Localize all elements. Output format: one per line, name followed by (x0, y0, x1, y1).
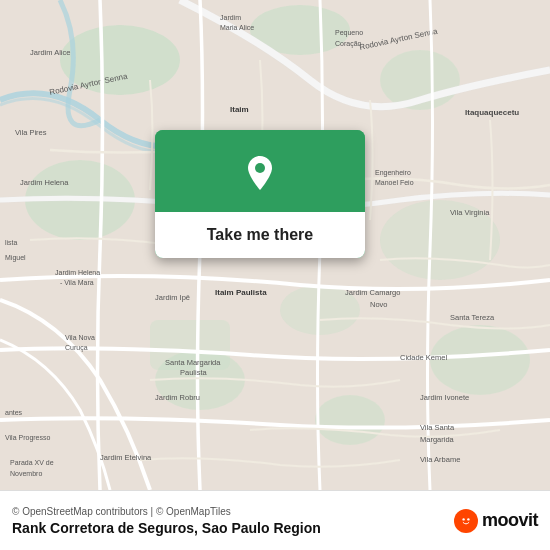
svg-text:Miguel: Miguel (5, 254, 26, 262)
svg-text:Margarida: Margarida (420, 435, 455, 444)
svg-text:Jardim Etelvina: Jardim Etelvina (100, 453, 152, 462)
svg-text:Jardim Ivonete: Jardim Ivonete (420, 393, 469, 402)
svg-text:Jardim Ipê: Jardim Ipê (155, 293, 190, 302)
svg-text:Curuça: Curuça (65, 344, 88, 352)
bottom-bar: © OpenStreetMap contributors | © OpenMap… (0, 490, 550, 550)
svg-text:Engenheiro: Engenheiro (375, 169, 411, 177)
moovit-logo: moovit (454, 509, 538, 533)
svg-text:Pequeno: Pequeno (335, 29, 363, 37)
svg-text:Itaquaquecetu: Itaquaquecetu (465, 108, 519, 117)
bottom-text-area: © OpenStreetMap contributors | © OpenMap… (12, 506, 454, 536)
svg-text:Itaim Paulista: Itaim Paulista (215, 288, 267, 297)
svg-text:Parada XV de: Parada XV de (10, 459, 54, 466)
moovit-text: moovit (482, 510, 538, 531)
svg-text:Maria Alice: Maria Alice (220, 24, 254, 31)
svg-text:Santa Tereza: Santa Tereza (450, 313, 495, 322)
svg-text:Jardim: Jardim (220, 14, 241, 21)
svg-text:Jardim Helena: Jardim Helena (20, 178, 69, 187)
svg-text:Jardim Robru: Jardim Robru (155, 393, 200, 402)
popup-icon-area (155, 130, 365, 212)
svg-text:Jardim Alice: Jardim Alice (30, 48, 70, 57)
svg-text:Vila Virginia: Vila Virginia (450, 208, 490, 217)
svg-text:Itaim: Itaim (230, 105, 249, 114)
svg-text:Vila Arbame: Vila Arbame (420, 455, 460, 464)
map-attribution: © OpenStreetMap contributors | © OpenMap… (12, 506, 454, 517)
svg-text:Vila Pires: Vila Pires (15, 128, 47, 137)
svg-text:Vila Santa: Vila Santa (420, 423, 455, 432)
take-me-there-button[interactable]: Take me there (155, 212, 365, 258)
place-name: Rank Corretora de Seguros, Sao Paulo Reg… (12, 520, 454, 536)
moovit-face-icon (458, 513, 474, 529)
svg-text:Manoel Feio: Manoel Feio (375, 179, 414, 186)
svg-text:Santa Margarida: Santa Margarida (165, 358, 221, 367)
svg-point-49 (255, 163, 265, 173)
svg-text:lista: lista (5, 239, 18, 246)
moovit-dot-icon (454, 509, 478, 533)
svg-text:Cidade Kemel: Cidade Kemel (400, 353, 447, 362)
svg-text:antes: antes (5, 409, 23, 416)
popup-card: Take me there (155, 130, 365, 258)
location-pin-icon (239, 152, 281, 194)
svg-text:Vila Nova: Vila Nova (65, 334, 95, 341)
svg-text:Coração: Coração (335, 40, 362, 48)
svg-point-52 (467, 518, 469, 520)
map-container: Rodovia Ayrton Senna Rodovia Ayrton Senn… (0, 0, 550, 490)
svg-point-50 (459, 513, 473, 527)
svg-text:Vila Progresso: Vila Progresso (5, 434, 51, 442)
svg-text:Jardim Camargo: Jardim Camargo (345, 288, 400, 297)
svg-point-51 (462, 518, 464, 520)
svg-text:Novembro: Novembro (10, 470, 42, 477)
svg-text:Paulista: Paulista (180, 368, 208, 377)
svg-point-6 (315, 395, 385, 445)
svg-text:Novo: Novo (370, 300, 388, 309)
svg-text:Jardim Helena: Jardim Helena (55, 269, 100, 276)
svg-text:- Vila Mara: - Vila Mara (60, 279, 94, 286)
